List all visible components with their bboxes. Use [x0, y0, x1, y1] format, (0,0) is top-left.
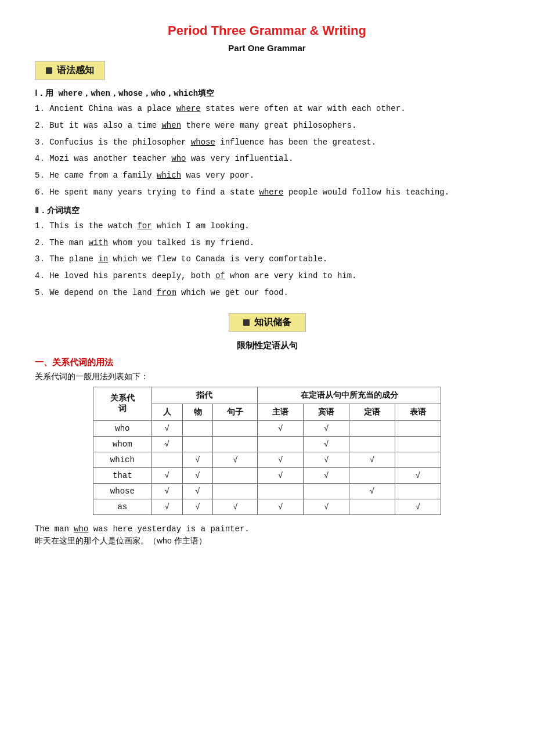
- sentence-text: The man: [49, 238, 88, 247]
- table-cell-1-5: √: [304, 436, 349, 452]
- table-cell-4-0: whose: [93, 483, 152, 499]
- table-cell-1-3: [213, 436, 258, 452]
- exercise1-sentence-1: 1. Ancient China was a place where state…: [35, 102, 499, 116]
- sentence-num: 4.: [35, 271, 49, 280]
- table-col-biaoy: 表语: [395, 404, 441, 420]
- sentence-key: whose: [191, 138, 215, 147]
- sentence-text: We depend on the land: [49, 288, 157, 297]
- table-cell-4-5: [304, 483, 349, 499]
- table-row: who√√√: [93, 420, 441, 436]
- table-cell-4-3: [213, 483, 258, 499]
- table-cell-0-5: √: [304, 420, 349, 436]
- table-cell-5-4: √: [258, 499, 304, 514]
- section1-square-icon: [46, 67, 52, 74]
- exercise2-sentence-4: 4. He loved his parents deeply, both of …: [35, 269, 499, 283]
- table-cell-4-7: [395, 483, 441, 499]
- exercise2-title: Ⅱ．介词填空: [35, 206, 499, 216]
- table-col-zhuyu: 主语: [258, 404, 304, 420]
- example-who-underline: who: [74, 524, 88, 534]
- table-cell-0-7: [395, 420, 441, 436]
- sentence-num: 2.: [35, 238, 49, 247]
- table-cell-5-2: √: [182, 499, 213, 514]
- sentence-num: 4.: [35, 154, 49, 163]
- table-row: that√√√√√: [93, 467, 441, 483]
- table-cell-4-4: [258, 483, 304, 499]
- table-cell-3-5: √: [304, 467, 349, 483]
- sentence-num: 6.: [35, 188, 49, 197]
- sentence-key: from: [157, 288, 176, 297]
- sentence-key: in: [98, 254, 108, 264]
- section1-header: 语法感知: [57, 64, 94, 77]
- sentence-text: He loved his parents deeply, both: [49, 271, 215, 280]
- exercise1-sentence-5: 5. He came from a family which was very …: [35, 169, 499, 183]
- sentence-text: Confucius is the philosopher: [49, 138, 191, 147]
- table-body: who√√√whom√√which√√√√√that√√√√√whose√√√a…: [93, 420, 441, 514]
- table-cell-2-0: which: [93, 452, 152, 467]
- page-title: Period Three Grammar & Writing: [35, 23, 499, 38]
- table-cell-2-1: [151, 452, 182, 467]
- table-col-wu: 物: [182, 404, 213, 420]
- table-col-ren: 人: [151, 404, 182, 420]
- table-cell-0-1: √: [151, 420, 182, 436]
- table-cell-5-7: √: [395, 499, 441, 514]
- sentence-key: when: [161, 121, 181, 130]
- sentence-num: 1.: [35, 221, 49, 231]
- sentence-rest: which we get our food.: [176, 288, 288, 297]
- table-cell-2-4: √: [258, 452, 304, 467]
- table-cell-2-5: √: [304, 452, 349, 467]
- exercise1-title: Ⅰ．用 where，when，whose，who，which填空: [35, 88, 499, 99]
- exercise1-sentence-3: 3. Confucius is the philosopher whose in…: [35, 136, 499, 150]
- table-cell-3-1: √: [151, 467, 182, 483]
- table-cell-5-5: √: [304, 499, 349, 514]
- table-cell-1-7: [395, 436, 441, 452]
- table-row: which√√√√√: [93, 452, 441, 467]
- example-en: The man who was here yesterday is a pain…: [35, 524, 499, 534]
- exercise2-sentence-2: 2. The man with whom you talked is my fr…: [35, 236, 499, 250]
- table-cell-3-6: [349, 467, 395, 483]
- sentence-rest: whom are very kind to him.: [225, 271, 357, 280]
- table-cell-1-2: [182, 436, 213, 452]
- exercise2-sentences: 1. This is the watch for which I am look…: [35, 219, 499, 300]
- sentence-rest: which we flew to Canada is very comforta…: [108, 254, 327, 264]
- sentence-rest: whom you talked is my friend.: [108, 238, 254, 247]
- exercise1-sentence-2: 2. But it was also a time when there wer…: [35, 119, 499, 133]
- subtitle: Part One Grammar: [35, 43, 499, 53]
- sentence-rest: states were often at war with each other…: [201, 104, 406, 113]
- table-cell-1-6: [349, 436, 395, 452]
- table-cell-0-6: [349, 420, 395, 436]
- table-col-dingyu: 定语: [349, 404, 395, 420]
- table-cell-5-3: √: [213, 499, 258, 514]
- table-cell-5-1: √: [151, 499, 182, 514]
- sentence-num: 5.: [35, 171, 49, 180]
- table-row: whose√√√: [93, 483, 441, 499]
- sentence-text: Ancient China was a place: [49, 104, 176, 113]
- desc-text: 关系代词的一般用法列表如下：: [35, 372, 499, 382]
- table-cell-3-2: √: [182, 467, 213, 483]
- sentence-text: He came from a family: [49, 171, 157, 180]
- sub1-title: 一、关系代词的用法: [35, 357, 499, 368]
- table-row: whom√√: [93, 436, 441, 452]
- table-cell-1-1: √: [151, 436, 182, 452]
- table-cell-4-2: √: [182, 483, 213, 499]
- table-header-word: 关系代词: [93, 387, 152, 420]
- sentence-key: of: [215, 271, 225, 280]
- table-cell-3-3: [213, 467, 258, 483]
- section2-square-icon: [243, 319, 250, 326]
- table-cell-0-4: √: [258, 420, 304, 436]
- exercise2-sentence-3: 3. The plane in which we flew to Canada …: [35, 253, 499, 267]
- sentence-rest: was very influential.: [186, 154, 293, 163]
- table-cell-3-4: √: [258, 467, 304, 483]
- sentence-text: Mozi was another teacher: [49, 154, 171, 163]
- section2-banner: 知识储备: [229, 313, 306, 332]
- table-cell-2-2: √: [182, 452, 213, 467]
- table-cell-0-2: [182, 420, 213, 436]
- table-cell-3-7: √: [395, 467, 441, 483]
- sentence-key: with: [88, 238, 108, 247]
- table-cell-3-0: that: [93, 467, 152, 483]
- sentence-num: 5.: [35, 288, 49, 297]
- sentence-rest: people would follow his teaching.: [284, 188, 450, 197]
- table-cell-0-3: [213, 420, 258, 436]
- exercise2-sentence-5: 5. We depend on the land from which we g…: [35, 286, 499, 300]
- table-row: as√√√√√√: [93, 499, 441, 514]
- table-cell-0-0: who: [93, 420, 152, 436]
